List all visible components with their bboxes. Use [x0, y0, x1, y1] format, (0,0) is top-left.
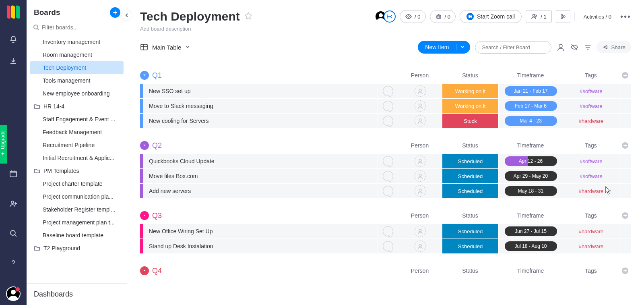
person-filter-icon[interactable] [556, 43, 565, 52]
group-title[interactable]: Q1 [152, 71, 162, 80]
column-header-person[interactable]: Person [398, 142, 442, 149]
folder-item[interactable]: HR 14-4 [30, 100, 124, 113]
board-menu-button[interactable]: ••• [620, 12, 631, 21]
item-conversation-button[interactable] [378, 154, 398, 168]
person-cell[interactable] [398, 154, 442, 168]
timeframe-pill[interactable]: Jul 18 - Aug 10 [505, 241, 557, 251]
table-row[interactable]: New SSO set upWorking on itJan 21 - Feb … [140, 84, 631, 98]
bell-icon[interactable] [7, 33, 20, 46]
item-name-cell[interactable]: New Office Wiring Set Up [143, 224, 378, 239]
column-header-tags[interactable]: Tags [563, 268, 619, 274]
item-conversation-button[interactable] [378, 184, 398, 198]
group-collapse-button[interactable] [140, 71, 149, 80]
column-header-status[interactable]: Status [442, 268, 498, 274]
item-name-cell[interactable]: Move files Box.com [143, 169, 378, 183]
board-item[interactable]: Project communication pla... [30, 190, 124, 203]
board-title[interactable]: Tech Deployment [140, 10, 240, 23]
timeframe-cell[interactable]: Feb 17 - Mar 6 [498, 99, 563, 113]
column-header-timeframe[interactable]: Timeframe [498, 268, 563, 274]
person-cell[interactable] [398, 114, 442, 128]
board-item[interactable]: Staff Engagement & Event ... [30, 113, 124, 126]
person-cell[interactable] [398, 224, 442, 239]
filter-boards-input[interactable] [33, 23, 120, 32]
board-item[interactable]: Project management plan t... [30, 216, 124, 229]
item-conversation-button[interactable] [378, 169, 398, 183]
column-header-timeframe[interactable]: Timeframe [498, 142, 563, 149]
folder-item[interactable]: PM Templates [30, 164, 124, 177]
table-row[interactable]: Move files Box.comScheduledApr 29 - May … [140, 169, 631, 183]
item-conversation-button[interactable] [378, 84, 398, 98]
timeframe-pill[interactable]: Apr 12 - 26 [505, 156, 557, 166]
add-board-button[interactable]: + [110, 7, 120, 18]
timeframe-cell[interactable]: Apr 12 - 26 [498, 154, 563, 168]
views-count-button[interactable]: / 0 [400, 10, 425, 23]
group-collapse-button[interactable] [140, 211, 149, 220]
column-header-status[interactable]: Status [442, 72, 498, 79]
add-column-button[interactable] [619, 142, 631, 149]
status-cell[interactable]: Working on it [442, 99, 498, 113]
timeframe-pill[interactable]: Apr 29 - May 20 [505, 171, 557, 181]
start-zoom-button[interactable]: Start Zoom call [460, 10, 522, 23]
collapse-sidebar-button[interactable] [121, 10, 132, 21]
share-button[interactable]: Share [597, 41, 631, 53]
download-icon[interactable] [7, 55, 20, 68]
tags-cell[interactable]: #software [563, 99, 619, 113]
person-cell[interactable] [398, 239, 442, 253]
timeframe-pill[interactable]: May 18 - 31 [505, 186, 557, 196]
folder-item[interactable]: T2 Playground [30, 242, 124, 255]
table-row[interactable]: New cooling for ServersStuckMar 4 - 23#h… [140, 114, 631, 128]
tags-cell[interactable]: #software [563, 154, 619, 168]
calendar-icon[interactable] [7, 167, 20, 180]
tags-cell[interactable]: #hardware [563, 224, 619, 239]
table-row[interactable]: Quickbooks Cloud UpdateScheduledApr 12 -… [140, 154, 631, 168]
group-title[interactable]: Q4 [152, 267, 162, 275]
star-icon[interactable] [244, 12, 253, 22]
status-cell[interactable]: Scheduled [442, 239, 498, 253]
add-column-button[interactable] [619, 212, 631, 219]
group-title[interactable]: Q2 [152, 141, 162, 150]
profile-avatar[interactable] [6, 286, 21, 301]
tags-cell[interactable]: #software [563, 169, 619, 183]
group-collapse-button[interactable] [140, 141, 149, 150]
tags-cell[interactable]: #software [563, 84, 619, 98]
group-collapse-button[interactable] [140, 266, 149, 275]
status-cell[interactable]: Scheduled [442, 224, 498, 239]
view-switcher[interactable]: Main Table [140, 43, 190, 51]
column-header-timeframe[interactable]: Timeframe [498, 72, 563, 79]
sort-filter-icon[interactable] [584, 43, 592, 51]
column-header-tags[interactable]: Tags [563, 142, 619, 149]
person-cell[interactable] [398, 84, 442, 98]
item-name-cell[interactable]: Move to Slack messaging [143, 99, 378, 113]
column-header-timeframe[interactable]: Timeframe [498, 212, 563, 219]
status-cell[interactable]: Scheduled [442, 169, 498, 183]
column-header-person[interactable]: Person [398, 212, 442, 219]
activities-button[interactable]: Activities / 0 [579, 11, 616, 22]
board-item[interactable]: Room management [30, 48, 124, 61]
board-item[interactable]: Tech Deployment [30, 61, 124, 74]
tags-cell[interactable]: #hardware [563, 114, 619, 128]
timeframe-pill[interactable]: Jan 21 - Feb 17 [505, 86, 557, 96]
timeframe-cell[interactable]: Jan 21 - Feb 17 [498, 84, 563, 98]
board-item[interactable]: Initial Recruitment & Applic... [30, 151, 124, 164]
add-column-button[interactable] [619, 267, 631, 274]
board-item[interactable]: Recruitment Pipeline [30, 139, 124, 151]
status-cell[interactable]: Scheduled [442, 154, 498, 168]
timeframe-cell[interactable]: Mar 4 - 23 [498, 114, 563, 128]
item-name-cell[interactable]: Quickbooks Cloud Update [143, 154, 378, 168]
status-cell[interactable]: Working on it [442, 84, 498, 98]
timeframe-pill[interactable]: Feb 17 - Mar 6 [505, 101, 557, 111]
board-description[interactable]: Add board description [140, 26, 631, 32]
table-row[interactable]: Add new serversScheduledMay 18 - 31#hard… [140, 184, 631, 198]
timeframe-pill[interactable]: Mar 4 - 23 [505, 116, 557, 126]
board-item[interactable]: Inventory management [30, 35, 124, 48]
timeframe-cell[interactable]: May 18 - 31 [498, 184, 563, 198]
column-header-tags[interactable]: Tags [563, 72, 619, 79]
item-name-cell[interactable]: New SSO set up [143, 84, 378, 98]
automations-count-button[interactable]: / 0 [430, 10, 456, 23]
dashboards-section[interactable]: Dashboards [27, 283, 127, 305]
board-item[interactable]: New employee onboarding [30, 87, 124, 100]
item-name-cell[interactable]: Add new servers [143, 184, 378, 198]
table-row[interactable]: New Office Wiring Set UpScheduledJun 27 … [140, 224, 631, 239]
integrations-button[interactable] [556, 10, 570, 23]
item-conversation-button[interactable] [378, 99, 398, 113]
